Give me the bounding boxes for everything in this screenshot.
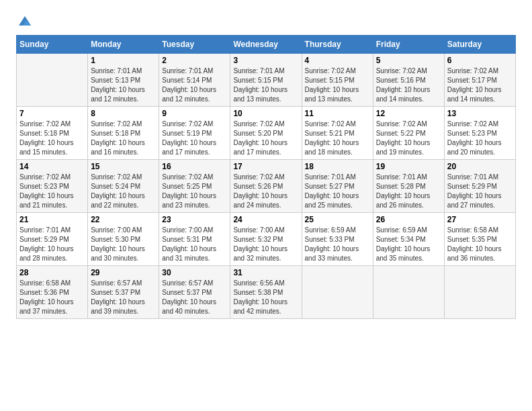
- day-number: 10: [233, 109, 298, 118]
- calendar-cell: 7Sunrise: 7:02 AM Sunset: 5:18 PM Daylig…: [17, 107, 88, 160]
- day-info: Sunrise: 7:02 AM Sunset: 5:20 PM Dayligh…: [233, 120, 298, 157]
- day-number: 28: [19, 268, 85, 277]
- day-info: Sunrise: 7:00 AM Sunset: 5:31 PM Dayligh…: [162, 226, 227, 263]
- day-info: Sunrise: 6:59 AM Sunset: 5:33 PM Dayligh…: [305, 226, 370, 263]
- day-info: Sunrise: 7:01 AM Sunset: 5:29 PM Dayligh…: [19, 226, 85, 263]
- day-number: 4: [305, 56, 370, 65]
- day-number: 18: [305, 162, 370, 171]
- day-info: Sunrise: 7:01 AM Sunset: 5:13 PM Dayligh…: [91, 66, 156, 104]
- calendar-cell: 29Sunrise: 6:57 AM Sunset: 5:37 PM Dayli…: [88, 266, 159, 319]
- day-info: Sunrise: 7:02 AM Sunset: 5:22 PM Dayligh…: [376, 120, 441, 157]
- day-info: Sunrise: 7:02 AM Sunset: 5:15 PM Dayligh…: [305, 66, 370, 104]
- day-info: Sunrise: 6:57 AM Sunset: 5:37 PM Dayligh…: [162, 279, 227, 316]
- calendar-cell: 9Sunrise: 7:02 AM Sunset: 5:19 PM Daylig…: [159, 107, 230, 160]
- calendar-cell: 2Sunrise: 7:01 AM Sunset: 5:14 PM Daylig…: [159, 54, 230, 107]
- calendar-cell: 28Sunrise: 6:58 AM Sunset: 5:36 PM Dayli…: [17, 266, 88, 319]
- day-info: Sunrise: 7:01 AM Sunset: 5:15 PM Dayligh…: [233, 66, 298, 104]
- calendar-cell: 30Sunrise: 6:57 AM Sunset: 5:37 PM Dayli…: [159, 266, 230, 319]
- calendar-cell: 18Sunrise: 7:01 AM Sunset: 5:27 PM Dayli…: [302, 160, 373, 213]
- day-info: Sunrise: 7:02 AM Sunset: 5:23 PM Dayligh…: [447, 120, 513, 157]
- calendar-cell: 14Sunrise: 7:02 AM Sunset: 5:23 PM Dayli…: [17, 160, 88, 213]
- day-info: Sunrise: 6:57 AM Sunset: 5:37 PM Dayligh…: [91, 279, 156, 316]
- calendar-cell: 19Sunrise: 7:01 AM Sunset: 5:28 PM Dayli…: [373, 160, 444, 213]
- calendar-cell: 31Sunrise: 6:56 AM Sunset: 5:38 PM Dayli…: [230, 266, 302, 319]
- calendar-cell: [444, 266, 515, 319]
- calendar-cell: 16Sunrise: 7:02 AM Sunset: 5:25 PM Dayli…: [159, 160, 230, 213]
- day-number: 25: [305, 215, 370, 224]
- day-number: 7: [19, 109, 85, 118]
- day-number: 3: [233, 56, 298, 65]
- calendar-cell: 4Sunrise: 7:02 AM Sunset: 5:15 PM Daylig…: [302, 54, 373, 107]
- calendar-cell: 24Sunrise: 7:00 AM Sunset: 5:32 PM Dayli…: [230, 213, 302, 266]
- calendar-cell: 10Sunrise: 7:02 AM Sunset: 5:20 PM Dayli…: [230, 107, 302, 160]
- logo-icon: [17, 13, 32, 28]
- calendar-cell: 21Sunrise: 7:01 AM Sunset: 5:29 PM Dayli…: [17, 213, 88, 266]
- day-number: 14: [19, 162, 85, 171]
- calendar-cell: 5Sunrise: 7:02 AM Sunset: 5:16 PM Daylig…: [373, 54, 444, 107]
- day-info: Sunrise: 6:56 AM Sunset: 5:38 PM Dayligh…: [233, 279, 298, 316]
- calendar-cell: 8Sunrise: 7:02 AM Sunset: 5:18 PM Daylig…: [88, 107, 159, 160]
- day-number: 1: [91, 56, 156, 65]
- day-info: Sunrise: 6:59 AM Sunset: 5:34 PM Dayligh…: [376, 226, 441, 263]
- calendar-cell: 22Sunrise: 7:00 AM Sunset: 5:30 PM Dayli…: [88, 213, 159, 266]
- day-number: 6: [447, 56, 513, 65]
- day-number: 31: [233, 268, 298, 277]
- page-header: [16, 13, 516, 28]
- calendar-cell: 26Sunrise: 6:59 AM Sunset: 5:34 PM Dayli…: [373, 213, 444, 266]
- day-number: 17: [233, 162, 298, 171]
- day-number: 8: [91, 109, 156, 118]
- weekday-header-sunday: Sunday: [17, 36, 88, 54]
- day-info: Sunrise: 7:02 AM Sunset: 5:26 PM Dayligh…: [233, 173, 298, 210]
- day-info: Sunrise: 7:00 AM Sunset: 5:32 PM Dayligh…: [233, 226, 298, 263]
- day-info: Sunrise: 7:00 AM Sunset: 5:30 PM Dayligh…: [91, 226, 156, 263]
- day-number: 11: [305, 109, 370, 118]
- day-info: Sunrise: 7:01 AM Sunset: 5:29 PM Dayligh…: [447, 173, 513, 210]
- weekday-header-thursday: Thursday: [302, 36, 373, 54]
- calendar-cell: 17Sunrise: 7:02 AM Sunset: 5:26 PM Dayli…: [230, 160, 302, 213]
- day-number: 5: [376, 56, 441, 65]
- day-number: 29: [91, 268, 156, 277]
- calendar-cell: 3Sunrise: 7:01 AM Sunset: 5:15 PM Daylig…: [230, 54, 302, 107]
- day-number: 20: [447, 162, 513, 171]
- day-number: 21: [19, 215, 85, 224]
- day-info: Sunrise: 7:01 AM Sunset: 5:27 PM Dayligh…: [305, 173, 370, 210]
- day-number: 9: [162, 109, 227, 118]
- calendar-cell: 23Sunrise: 7:00 AM Sunset: 5:31 PM Dayli…: [159, 213, 230, 266]
- day-info: Sunrise: 6:58 AM Sunset: 5:35 PM Dayligh…: [447, 226, 513, 263]
- day-number: 2: [162, 56, 227, 65]
- day-number: 22: [91, 215, 156, 224]
- day-info: Sunrise: 7:02 AM Sunset: 5:16 PM Dayligh…: [376, 66, 441, 104]
- calendar-cell: [17, 54, 88, 107]
- day-info: Sunrise: 7:02 AM Sunset: 5:17 PM Dayligh…: [447, 66, 513, 104]
- calendar-cell: 13Sunrise: 7:02 AM Sunset: 5:23 PM Dayli…: [444, 107, 515, 160]
- day-info: Sunrise: 7:02 AM Sunset: 5:18 PM Dayligh…: [91, 120, 156, 157]
- day-info: Sunrise: 7:02 AM Sunset: 5:21 PM Dayligh…: [305, 120, 370, 157]
- day-number: 15: [91, 162, 156, 171]
- weekday-header-row: SundayMondayTuesdayWednesdayThursdayFrid…: [17, 36, 516, 54]
- day-number: 30: [162, 268, 227, 277]
- day-info: Sunrise: 6:58 AM Sunset: 5:36 PM Dayligh…: [19, 279, 85, 316]
- weekday-header-wednesday: Wednesday: [230, 36, 302, 54]
- weekday-header-saturday: Saturday: [444, 36, 515, 54]
- calendar-cell: 27Sunrise: 6:58 AM Sunset: 5:35 PM Dayli…: [444, 213, 515, 266]
- day-number: 27: [447, 215, 513, 224]
- calendar-cell: 25Sunrise: 6:59 AM Sunset: 5:33 PM Dayli…: [302, 213, 373, 266]
- calendar-cell: 15Sunrise: 7:02 AM Sunset: 5:24 PM Dayli…: [88, 160, 159, 213]
- weekday-header-friday: Friday: [373, 36, 444, 54]
- day-number: 24: [233, 215, 298, 224]
- calendar-week-row: 7Sunrise: 7:02 AM Sunset: 5:18 PM Daylig…: [17, 107, 516, 160]
- calendar-cell: 20Sunrise: 7:01 AM Sunset: 5:29 PM Dayli…: [444, 160, 515, 213]
- day-number: 13: [447, 109, 513, 118]
- weekday-header-monday: Monday: [88, 36, 159, 54]
- day-info: Sunrise: 7:02 AM Sunset: 5:23 PM Dayligh…: [19, 173, 85, 210]
- weekday-header-tuesday: Tuesday: [159, 36, 230, 54]
- calendar-cell: 6Sunrise: 7:02 AM Sunset: 5:17 PM Daylig…: [444, 54, 515, 107]
- calendar-table: SundayMondayTuesdayWednesdayThursdayFrid…: [16, 35, 516, 319]
- logo: [16, 13, 32, 28]
- day-info: Sunrise: 7:02 AM Sunset: 5:18 PM Dayligh…: [19, 120, 85, 157]
- day-number: 16: [162, 162, 227, 171]
- day-info: Sunrise: 7:01 AM Sunset: 5:28 PM Dayligh…: [376, 173, 441, 210]
- day-number: 19: [376, 162, 441, 171]
- day-number: 26: [376, 215, 441, 224]
- day-info: Sunrise: 7:02 AM Sunset: 5:25 PM Dayligh…: [162, 173, 227, 210]
